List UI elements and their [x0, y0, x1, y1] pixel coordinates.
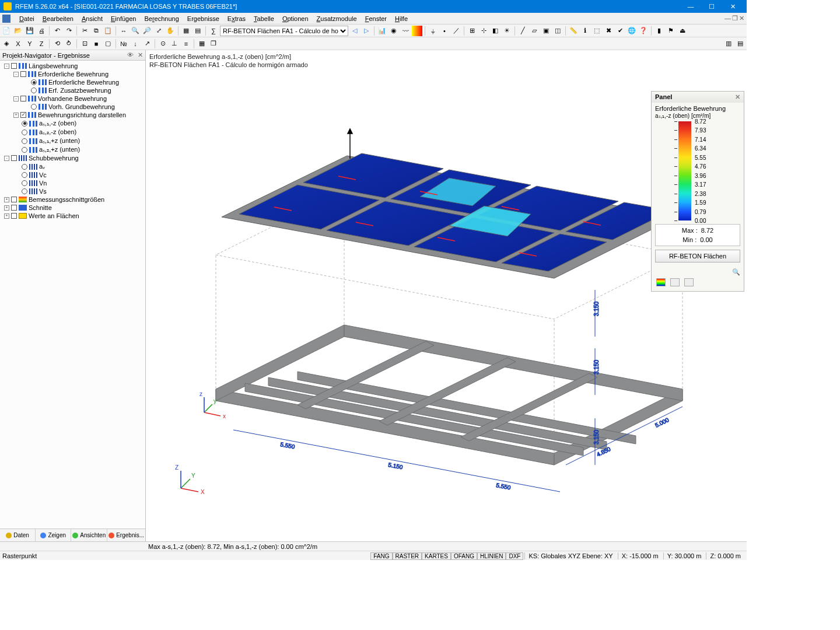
zoom-window-icon[interactable]: 🔎	[142, 26, 152, 36]
module-button[interactable]: RF-BETON Flächen	[655, 250, 740, 262]
panel-search-icon[interactable]: 🔍	[732, 268, 740, 275]
menu-fenster[interactable]: Fenster	[361, 14, 391, 23]
tree-node[interactable]: aₛ,₁,+z (unten)	[0, 136, 145, 145]
window-cascade-icon[interactable]: ❐	[208, 38, 219, 49]
checkbox-icon[interactable]	[11, 205, 17, 211]
globe-icon[interactable]: 🌐	[626, 26, 637, 36]
light-icon[interactable]: ☀	[502, 26, 512, 36]
expander-icon[interactable]: +	[4, 205, 9, 211]
mdi-minimize-icon[interactable]: —	[724, 15, 731, 22]
color-scale-icon[interactable]	[412, 26, 422, 36]
open-icon[interactable]: 📂	[13, 26, 23, 36]
status-tab-hlinien[interactable]: HLINIEN	[477, 552, 506, 560]
radio-icon[interactable]	[31, 79, 37, 85]
expander-icon[interactable]: +	[13, 113, 19, 118]
transparent-icon[interactable]: ▢	[103, 38, 113, 49]
window-tile-icon[interactable]: ▦	[197, 38, 207, 49]
help-icon[interactable]: ❓	[638, 26, 649, 36]
navigator-icon[interactable]: ▤	[192, 26, 203, 36]
member-icon[interactable]: ／	[451, 26, 461, 36]
info-icon[interactable]: ℹ	[580, 26, 590, 36]
layer-icon[interactable]: ≡	[181, 38, 191, 49]
flag-icon[interactable]: ⚑	[666, 26, 676, 36]
close-button[interactable]: ✕	[722, 0, 743, 13]
view-x-icon[interactable]: X	[13, 38, 23, 49]
zoom-all-icon[interactable]: ⤢	[153, 26, 164, 36]
expander-icon[interactable]: -	[4, 64, 9, 69]
view-iso-icon[interactable]: ◈	[1, 38, 12, 49]
tree-node[interactable]: aᵥ	[0, 162, 145, 171]
prev-icon[interactable]: ◁	[349, 26, 360, 36]
mdi-restore-icon[interactable]: ❐	[732, 15, 738, 22]
solid-view-icon[interactable]: ■	[91, 38, 102, 49]
render-icon[interactable]: ◧	[490, 26, 501, 36]
radio-icon[interactable]	[22, 172, 27, 178]
tree-node[interactable]: -Schubbewehrung	[0, 154, 145, 162]
menu-bearbeiten[interactable]: Bearbeiten	[38, 14, 78, 23]
radio-icon[interactable]	[22, 164, 27, 170]
expander-icon[interactable]: -	[4, 156, 9, 161]
redo-icon[interactable]: ↷	[64, 26, 74, 36]
expander-icon[interactable]: +	[4, 214, 9, 219]
line-icon[interactable]: ╱	[517, 26, 528, 36]
status-tab-raster[interactable]: RASTER	[393, 552, 422, 560]
navigator-pin-icon[interactable]: 👁	[127, 51, 134, 59]
tree-node[interactable]: -Längsbewehrung	[0, 62, 145, 70]
checkbox-icon[interactable]	[11, 213, 17, 219]
status-tab-kartes[interactable]: KARTES	[422, 552, 451, 560]
find-icon[interactable]: 🔍	[130, 26, 141, 36]
checkbox-icon[interactable]	[20, 71, 26, 77]
menu-berechnung[interactable]: Berechnung	[140, 14, 183, 23]
extra2-icon[interactable]: ▤	[735, 38, 746, 49]
tree-node[interactable]: Vs	[0, 187, 145, 195]
checkbox-icon[interactable]	[11, 63, 17, 69]
tree-node[interactable]: +Schnitte	[0, 204, 145, 212]
tree-node[interactable]: aₛ,₁,-z (oben)	[0, 119, 145, 128]
nav-tab-daten[interactable]: Daten	[0, 529, 36, 541]
exit-icon[interactable]: ⏏	[677, 26, 688, 36]
copy-icon[interactable]: ⧉	[91, 26, 102, 36]
print-icon[interactable]: 🖨	[36, 26, 47, 36]
menu-optionen[interactable]: Optionen	[278, 14, 313, 23]
radio-icon[interactable]	[22, 188, 27, 194]
menu-datei[interactable]: Datei	[15, 14, 38, 23]
nav-tab-zeigen[interactable]: Zeigen	[36, 529, 71, 541]
tree-node[interactable]: Erforderliche Bewehrung	[0, 78, 145, 86]
tree-node[interactable]: aₛ,₂,-z (oben)	[0, 128, 145, 136]
loadcase-combo[interactable]: RF-BETON Flächen FA1 - Cálculo de ho	[220, 26, 348, 36]
calc-icon[interactable]: ∑	[208, 26, 219, 36]
panel-close-icon[interactable]: ✕	[735, 93, 740, 101]
save-icon[interactable]: 💾	[24, 26, 35, 36]
tree-node[interactable]: +Bemessungsschnittgrößen	[0, 195, 145, 204]
status-tab-dxf[interactable]: DXF	[506, 552, 523, 560]
snap-icon[interactable]: ⊙	[158, 38, 168, 49]
radio-icon[interactable]	[22, 138, 27, 144]
rotate-icon[interactable]: ⟲	[52, 38, 62, 49]
panel-tab-factors-icon[interactable]	[670, 278, 680, 286]
wireframe-icon[interactable]: ⊡	[79, 38, 90, 49]
axes-icon[interactable]: ⊹	[478, 26, 489, 36]
radio-icon[interactable]	[31, 88, 37, 93]
checkbox-icon[interactable]	[11, 197, 17, 202]
numbers-icon[interactable]: №	[118, 38, 129, 49]
tree-node[interactable]: Vc	[0, 171, 145, 179]
measure-icon[interactable]: 📏	[568, 26, 579, 36]
checkbox-icon[interactable]	[20, 96, 26, 102]
grid-icon[interactable]: ⊞	[467, 26, 477, 36]
check-icon[interactable]: ✔	[615, 26, 625, 36]
menu-extras[interactable]: Extras	[223, 14, 250, 23]
module-icon[interactable]: ▮	[654, 26, 664, 36]
orbit-icon[interactable]: ⥁	[64, 38, 74, 49]
isolines-icon[interactable]: ◉	[388, 26, 399, 36]
radio-icon[interactable]	[22, 121, 27, 127]
paste-icon[interactable]: 📋	[103, 26, 113, 36]
new-icon[interactable]: 📄	[1, 26, 12, 36]
tree-node[interactable]: -Vorhandene Bewehrung	[0, 94, 145, 103]
view-z-icon[interactable]: Z	[36, 38, 47, 49]
menu-einfuegen[interactable]: Einfügen	[107, 14, 140, 23]
tree-node[interactable]: -Erforderliche Bewehrung	[0, 70, 145, 78]
mdi-close-icon[interactable]: ✕	[739, 15, 744, 22]
view-y-icon[interactable]: Y	[24, 38, 35, 49]
tree-node[interactable]: +Bewehrungsrichtung darstellen	[0, 111, 145, 119]
support-icon[interactable]: ⏚	[428, 26, 438, 36]
